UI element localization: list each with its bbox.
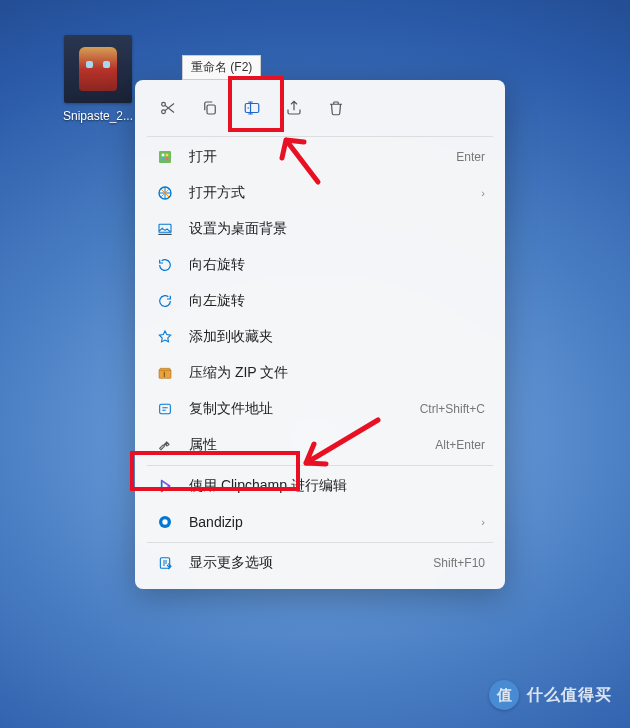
menu-label: 添加到收藏夹 bbox=[189, 328, 485, 346]
rotate-left-icon bbox=[155, 291, 175, 311]
image-thumbnail bbox=[64, 35, 132, 103]
menu-shortcut: Enter bbox=[456, 150, 485, 164]
menu-item-clipchamp[interactable]: 使用 Clipchamp 进行编辑 bbox=[143, 468, 497, 504]
svg-rect-3 bbox=[245, 104, 259, 113]
menu-item-compress-zip[interactable]: 压缩为 ZIP 文件 bbox=[143, 355, 497, 391]
scissors-icon bbox=[159, 99, 177, 117]
menu-shortcut: Ctrl+Shift+C bbox=[420, 402, 485, 416]
rename-button[interactable] bbox=[233, 90, 271, 126]
menu-label: 向右旋转 bbox=[189, 256, 485, 274]
menu-item-copy-path[interactable]: 复制文件地址 Ctrl+Shift+C bbox=[143, 391, 497, 427]
menu-item-open[interactable]: 打开 Enter bbox=[143, 139, 497, 175]
svg-point-14 bbox=[162, 519, 167, 524]
svg-rect-7 bbox=[162, 158, 165, 161]
svg-rect-4 bbox=[159, 151, 171, 163]
share-icon bbox=[285, 99, 303, 117]
show-more-icon bbox=[155, 553, 175, 573]
copy-button[interactable] bbox=[191, 90, 229, 126]
star-icon bbox=[155, 327, 175, 347]
open-icon bbox=[155, 147, 175, 167]
svg-rect-12 bbox=[160, 404, 171, 413]
menu-label: 设置为桌面背景 bbox=[189, 220, 485, 238]
context-menu-toolbar bbox=[143, 88, 497, 134]
menu-label: Bandizip bbox=[189, 514, 481, 530]
rename-tooltip: 重命名 (F2) bbox=[182, 55, 261, 80]
menu-label: 打开方式 bbox=[189, 184, 481, 202]
menu-item-add-favorite[interactable]: 添加到收藏夹 bbox=[143, 319, 497, 355]
watermark-badge: 值 bbox=[489, 680, 519, 710]
wallpaper-icon bbox=[155, 219, 175, 239]
copy-icon bbox=[201, 99, 219, 117]
bandizip-icon bbox=[155, 512, 175, 532]
menu-item-rotate-right[interactable]: 向右旋转 bbox=[143, 247, 497, 283]
menu-shortcut: Alt+Enter bbox=[435, 438, 485, 452]
cut-button[interactable] bbox=[149, 90, 187, 126]
wrench-icon bbox=[155, 435, 175, 455]
watermark: 值 什么值得买 bbox=[489, 680, 612, 710]
menu-item-properties[interactable]: 属性 Alt+Enter bbox=[143, 427, 497, 463]
svg-rect-5 bbox=[162, 154, 165, 157]
svg-rect-8 bbox=[166, 158, 169, 161]
clipchamp-icon bbox=[155, 476, 175, 496]
menu-separator bbox=[147, 136, 493, 137]
rename-icon bbox=[243, 99, 261, 117]
menu-item-open-with[interactable]: 打开方式 › bbox=[143, 175, 497, 211]
desktop-icon-label: Snipaste_2... bbox=[58, 109, 138, 123]
share-button[interactable] bbox=[275, 90, 313, 126]
chevron-right-icon: › bbox=[481, 187, 485, 199]
svg-point-0 bbox=[162, 102, 166, 106]
trash-icon bbox=[327, 99, 345, 117]
delete-button[interactable] bbox=[317, 90, 355, 126]
svg-point-1 bbox=[162, 110, 166, 114]
menu-label: 显示更多选项 bbox=[189, 554, 433, 572]
menu-item-set-wallpaper[interactable]: 设置为桌面背景 bbox=[143, 211, 497, 247]
menu-label: 打开 bbox=[189, 148, 456, 166]
menu-separator bbox=[147, 542, 493, 543]
copy-path-icon bbox=[155, 399, 175, 419]
menu-label: 复制文件地址 bbox=[189, 400, 420, 418]
menu-label: 使用 Clipchamp 进行编辑 bbox=[189, 477, 485, 495]
zip-icon bbox=[155, 363, 175, 383]
rotate-right-icon bbox=[155, 255, 175, 275]
menu-label: 属性 bbox=[189, 436, 435, 454]
menu-separator bbox=[147, 465, 493, 466]
menu-shortcut: Shift+F10 bbox=[433, 556, 485, 570]
menu-item-show-more[interactable]: 显示更多选项 Shift+F10 bbox=[143, 545, 497, 581]
menu-label: 压缩为 ZIP 文件 bbox=[189, 364, 485, 382]
desktop-icon[interactable]: Snipaste_2... bbox=[58, 35, 138, 123]
menu-label: 向左旋转 bbox=[189, 292, 485, 310]
watermark-text: 什么值得买 bbox=[527, 685, 612, 706]
open-with-icon bbox=[155, 183, 175, 203]
chevron-right-icon: › bbox=[481, 516, 485, 528]
menu-item-rotate-left[interactable]: 向左旋转 bbox=[143, 283, 497, 319]
svg-rect-6 bbox=[166, 154, 169, 157]
svg-rect-2 bbox=[207, 105, 215, 114]
menu-item-bandizip[interactable]: Bandizip › bbox=[143, 504, 497, 540]
context-menu: 打开 Enter 打开方式 › 设置为桌面背景 向右旋转 向左旋转 添加到收藏夹… bbox=[135, 80, 505, 589]
